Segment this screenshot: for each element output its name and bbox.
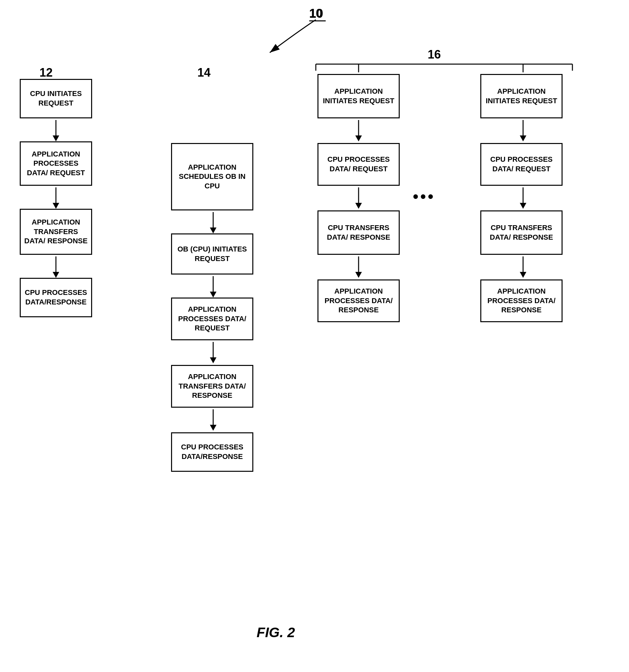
fig-label: FIG. 2 [257,625,295,641]
box-14-2: OB (CPU) INITIATES REQUEST [171,234,253,274]
svg-marker-16 [355,136,362,141]
box-14-4: APPLICATION TRANSFERS DATA/ RESPONSE [171,365,253,408]
box-16r-1: APPLICATION INITIATES REQUEST [480,74,562,118]
box-12-4: CPU PROCESSES DATA/RESPONSE [20,278,92,317]
box-16l-4: APPLICATION PROCESSES DATA/ RESPONSE [318,280,400,322]
svg-marker-10 [210,292,216,297]
box-16r-3: CPU TRANSFERS DATA/ RESPONSE [480,210,562,255]
svg-marker-20 [355,272,362,278]
ellipsis: ••• [413,187,435,206]
box-14-3: APPLICATION PROCESSES DATA/ REQUEST [171,297,253,340]
box-12-1: CPU INITIATES REQUEST [20,79,92,118]
svg-marker-4 [53,203,59,209]
box-14-5: CPU PROCESSES DATA/RESPONSE [171,432,253,472]
label-14: 14 [197,66,211,79]
label-16: 16 [428,48,441,62]
box-12-3: APPLICATION TRANSFERS DATA/ RESPONSE [20,209,92,255]
box-12-2: APPLICATION PROCESSES DATA/ REQUEST [20,141,92,186]
svg-marker-14 [210,425,216,431]
svg-marker-18 [355,203,362,209]
svg-marker-2 [53,136,59,141]
box-16r-2: CPU PROCESSES DATA/ REQUEST [480,143,562,186]
label-12: 12 [40,66,53,79]
box-16r-4: APPLICATION PROCESSES DATA/ RESPONSE [480,280,562,322]
box-16l-3: CPU TRANSFERS DATA/ RESPONSE [318,210,400,255]
box-14-1: APPLICATION SCHEDULES OB IN CPU [171,143,253,210]
box-16l-1: APPLICATION INITIATES REQUEST [318,74,400,118]
svg-marker-24 [520,203,526,209]
box-16l-2: CPU PROCESSES DATA/ REQUEST [318,143,400,186]
svg-marker-26 [520,272,526,278]
svg-marker-6 [53,272,59,278]
svg-marker-22 [520,136,526,141]
diagram-container: 10 10 12 CPU INITIATES REQUEST APPLICATI… [0,0,629,672]
svg-marker-8 [210,227,216,234]
svg-marker-12 [210,357,216,363]
